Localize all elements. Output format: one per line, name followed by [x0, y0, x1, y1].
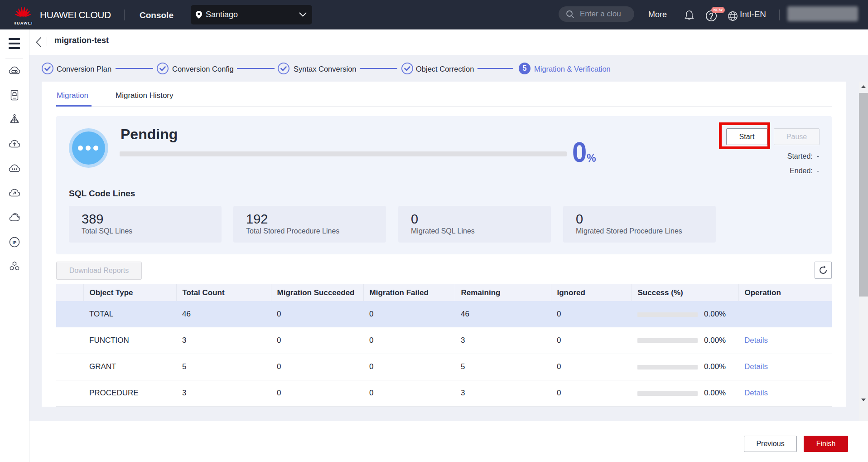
svg-text:IP: IP — [13, 240, 17, 245]
svg-text:HUAWEI: HUAWEI — [14, 21, 32, 25]
